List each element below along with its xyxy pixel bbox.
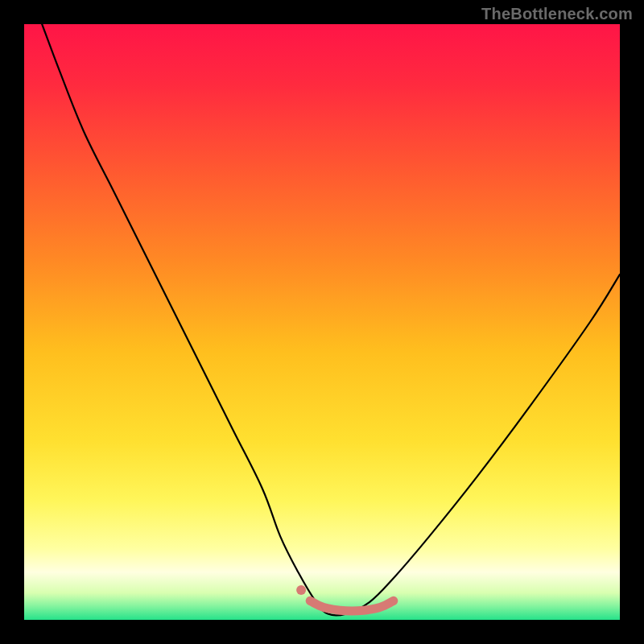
marker-dot [296,585,306,595]
flat-region-marker [310,601,394,611]
bottleneck-curve [42,24,620,616]
curve-layer [24,24,620,620]
chart-frame: TheBottleneck.com [0,0,644,644]
plot-area [24,24,620,620]
watermark: TheBottleneck.com [481,5,633,23]
